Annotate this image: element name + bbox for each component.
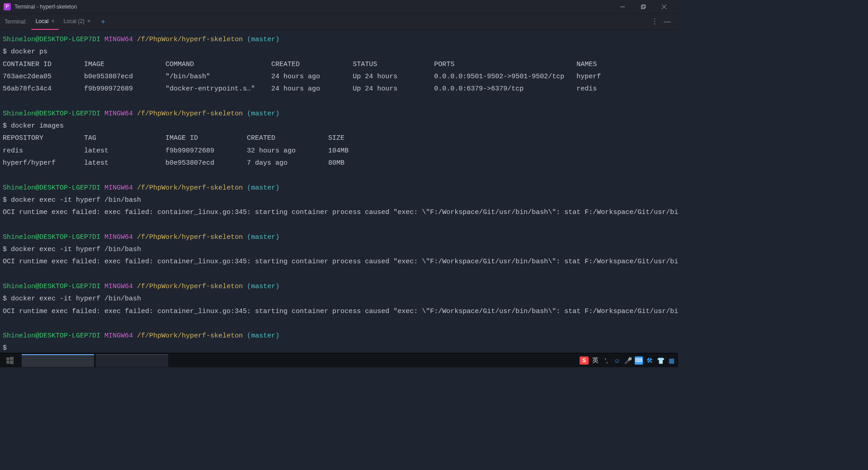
shell-prompt: Shinelon@DESKTOP-LGEP7DI MINGW64 /f/PhpW… [3,182,675,194]
maximize-icon [641,5,646,9]
command-text: docker exec -it hyperf /bin/bash [11,246,141,253]
prompt-user-host: Shinelon@DESKTOP-LGEP7DI [3,233,100,241]
prompt-path: /f/PhpWork/hyperf-skeleton [137,36,243,43]
prompt-user-host: Shinelon@DESKTOP-LGEP7DI [3,332,100,340]
terminal-tab-bar: Terminal: Local×Local (2)× + ⋮ — [0,14,678,30]
tabbar-label: Terminal: [3,19,31,25]
ime-sogou-icon[interactable]: S [580,356,589,365]
prompt-shell: MINGW64 [104,332,133,340]
svg-rect-8 [10,361,14,364]
ime-lang-icon[interactable]: 英 [591,356,599,365]
windows-taskbar: S 英 ', ☺ 🎤 ⌨ 🛠 👕 ▦ [0,353,678,367]
table-row: 56ab78fc34c4 f9b990972689 "docker-entryp… [3,83,675,95]
command-text: docker images [11,122,64,130]
table-row: hyperf/hyperf latest b0e953807ecd 7 days… [3,157,675,169]
ime-mic-icon[interactable]: 🎤 [624,356,632,365]
ime-skin-icon[interactable]: 👕 [656,356,665,365]
prompt-shell: MINGW64 [104,110,133,118]
svg-rect-1 [642,5,645,9]
prompt-branch: (master) [247,233,279,241]
command-line: $ docker exec -it hyperf /bin/bash [3,243,675,256]
prompt-branch: (master) [247,283,279,290]
prompt-shell: MINGW64 [104,36,133,43]
close-button[interactable] [654,0,675,14]
prompt-path: /f/PhpWork/hyperf-skeleton [137,283,243,290]
shell-prompt: Shinelon@DESKTOP-LGEP7DI MINGW64 /f/PhpW… [3,33,675,46]
more-vert-icon[interactable]: ⋮ [649,16,660,27]
table-header-row: CONTAINER ID IMAGE COMMAND CREATED STATU… [3,58,675,71]
prompt-user-host: Shinelon@DESKTOP-LGEP7DI [3,110,100,118]
prompt-branch: (master) [247,36,279,43]
prompt-path: /f/PhpWork/hyperf-skeleton [137,110,243,118]
window-controls [612,0,675,14]
blank-line [3,268,675,280]
prompt-path: /f/PhpWork/hyperf-skeleton [137,184,243,192]
window-titlebar: P Terminal - hyperf-skeleton [0,0,678,14]
window-title: Terminal - hyperf-skeleton [14,4,77,10]
svg-rect-2 [642,5,646,8]
ime-emoji-icon[interactable]: ☺ [613,356,621,365]
taskbar-app-active[interactable] [22,354,94,367]
svg-rect-5 [6,357,9,360]
maximize-button[interactable] [633,0,654,14]
tab-close-icon[interactable]: × [51,18,54,24]
start-button[interactable] [0,353,20,368]
shell-prompt: Shinelon@DESKTOP-LGEP7DI MINGW64 /f/PhpW… [3,330,675,342]
minimize-icon [620,5,625,9]
svg-rect-6 [10,357,14,360]
shell-prompt: Shinelon@DESKTOP-LGEP7DI MINGW64 /f/PhpW… [3,108,675,120]
prompt-path: /f/PhpWork/hyperf-skeleton [137,332,243,340]
ime-grid-icon[interactable]: ▦ [667,356,675,365]
command-line: $ docker exec -it hyperf /bin/bash [3,293,675,305]
output-line: OCI runtime exec failed: exec failed: co… [3,305,675,318]
prompt-branch: (master) [247,184,279,192]
table-header-row: REPOSITORY TAG IMAGE ID CREATED SIZE [3,132,675,144]
output-line: OCI runtime exec failed: exec failed: co… [3,256,675,268]
ime-punct-icon[interactable]: ', [602,356,610,365]
prompt-user-host: Shinelon@DESKTOP-LGEP7DI [3,184,100,192]
prompt-shell: MINGW64 [104,184,133,192]
command-line: $ docker exec -it hyperf /bin/bash [3,194,675,206]
terminal-tab[interactable]: Local (2)× [59,14,95,30]
prompt-branch: (master) [247,332,279,340]
terminal-tab[interactable]: Local× [31,14,59,30]
hide-panel-button[interactable]: — [662,16,673,27]
shell-prompt: Shinelon@DESKTOP-LGEP7DI MINGW64 /f/PhpW… [3,231,675,243]
blank-line [3,95,675,107]
tab-label: Local (2) [63,18,85,24]
system-tray: S 英 ', ☺ 🎤 ⌨ 🛠 👕 ▦ [580,356,678,365]
close-icon [662,5,666,9]
windows-icon [6,357,14,364]
command-text: docker exec -it hyperf /bin/bash [11,196,141,204]
app-icon: P [4,3,11,10]
ime-tool-icon[interactable]: 🛠 [646,356,654,365]
command-line: $ docker images [3,120,675,132]
shell-prompt: Shinelon@DESKTOP-LGEP7DI MINGW64 /f/PhpW… [3,280,675,293]
tab-close-icon[interactable]: × [87,18,90,24]
prompt-shell: MINGW64 [104,233,133,241]
add-tab-button[interactable]: + [97,15,109,28]
prompt-path: /f/PhpWork/hyperf-skeleton [137,233,243,241]
blank-line [3,318,675,330]
output-line: OCI runtime exec failed: exec failed: co… [3,206,675,218]
blank-line [3,218,675,231]
ime-keyboard-icon[interactable]: ⌨ [635,356,643,365]
prompt-user-host: Shinelon@DESKTOP-LGEP7DI [3,36,100,43]
tab-label: Local [36,18,49,24]
terminal-output[interactable]: Shinelon@DESKTOP-LGEP7DI MINGW64 /f/PhpW… [0,30,678,356]
blank-line [3,169,675,181]
table-row: 763aec2dea05 b0e953807ecd "/bin/bash" 24… [3,71,675,83]
command-line: $ docker ps [3,46,675,58]
taskbar-app[interactable] [96,354,168,367]
prompt-branch: (master) [247,110,279,118]
table-row: redis latest f9b990972689 32 hours ago 1… [3,145,675,157]
prompt-shell: MINGW64 [104,283,133,290]
command-text: docker exec -it hyperf /bin/bash [11,295,141,303]
svg-rect-7 [6,361,9,364]
command-text: docker ps [11,48,47,56]
prompt-user-host: Shinelon@DESKTOP-LGEP7DI [3,283,100,290]
minimize-button[interactable] [612,0,633,14]
